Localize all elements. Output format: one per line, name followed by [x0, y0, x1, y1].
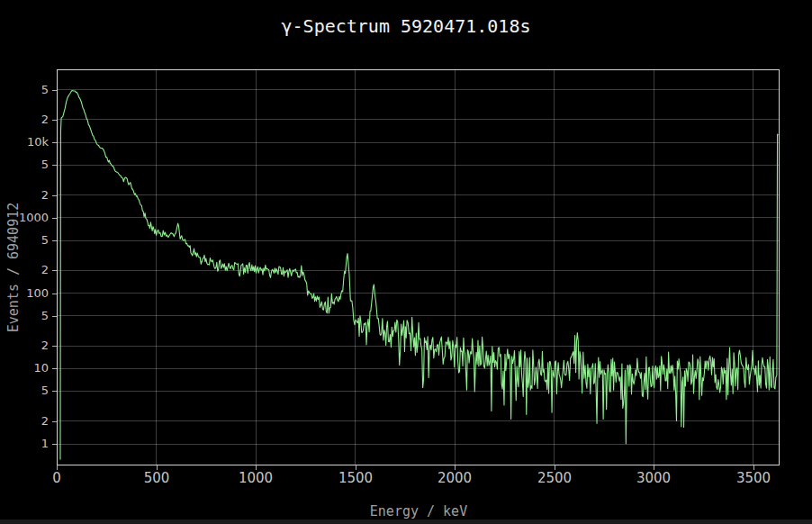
x-tick-label: 2000	[423, 470, 486, 486]
y-tick-label: 2	[0, 263, 49, 277]
y-tick-label: 2	[0, 113, 49, 127]
y-tick-label: 5	[0, 384, 49, 398]
y-tick-label: 5	[0, 309, 49, 323]
y-tick-label: 2	[0, 414, 49, 429]
x-tick-label: 1000	[224, 470, 287, 486]
bottom-bar	[0, 519, 812, 524]
y-tick-label: 10	[0, 361, 49, 375]
y-tick-label: 1000	[0, 211, 49, 225]
spectrum-plot	[0, 0, 812, 524]
y-tick-label: 10k	[0, 135, 49, 149]
spectrum-window: γ-Spectrum 5920471.018s Events / 6940912…	[0, 0, 812, 524]
y-tick-label: 5	[0, 83, 49, 97]
x-tick-label: 0	[25, 470, 88, 486]
x-tick-label: 2500	[523, 470, 586, 486]
x-axis-title: Energy / keV	[0, 503, 812, 519]
x-tick-label: 3000	[622, 470, 685, 486]
y-tick-label: 5	[0, 158, 49, 172]
y-tick-label: 2	[0, 188, 49, 203]
y-tick-label: 1	[0, 437, 49, 451]
y-tick-label: 2	[0, 339, 49, 353]
y-tick-label: 5	[0, 233, 49, 248]
x-tick-label: 3500	[722, 470, 785, 486]
x-tick-label: 1500	[324, 470, 387, 486]
plot-background	[57, 69, 780, 465]
x-tick-label: 500	[125, 470, 188, 486]
y-tick-label: 100	[0, 286, 49, 301]
